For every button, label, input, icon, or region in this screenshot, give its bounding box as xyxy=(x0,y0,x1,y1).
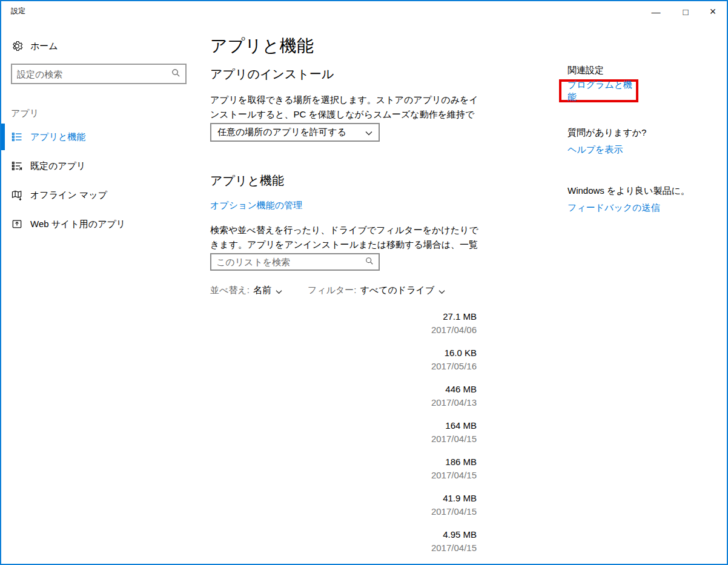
settings-window: 設定 — □ × ホーム アプリ xyxy=(0,0,728,565)
sidebar-item-apps-features[interactable]: アプリと機能 xyxy=(1,124,189,150)
maximize-button[interactable]: □ xyxy=(672,2,700,21)
default-apps-icon xyxy=(11,160,23,172)
maximize-icon: □ xyxy=(683,7,688,17)
related-settings-heading: 関連設定 xyxy=(568,64,604,76)
sort-label: 並べ替え: xyxy=(210,285,250,296)
app-size: 164 MB xyxy=(210,419,477,432)
offline-maps-icon xyxy=(11,189,23,201)
app-list-item[interactable]: 27.1 MB 2017/04/06 xyxy=(210,310,477,337)
app-list-search-input[interactable] xyxy=(211,257,365,267)
app-install-date: 2017/04/15 xyxy=(210,432,477,446)
apps-features-icon xyxy=(11,131,23,143)
feedback-heading: Windows をより良い製品に。 xyxy=(568,185,690,197)
sidebar-item-label: Web サイト用のアプリ xyxy=(30,219,125,230)
sidebar-home-label: ホーム xyxy=(30,40,58,52)
chevron-down-icon[interactable] xyxy=(438,286,445,296)
filter-value: すべてのドライブ xyxy=(360,285,434,295)
settings-search-box xyxy=(11,64,187,84)
sort-value: 名前 xyxy=(253,285,271,295)
app-install-date: 2017/05/16 xyxy=(210,360,477,373)
app-list-item[interactable]: 16.0 KB 2017/05/16 xyxy=(210,346,477,373)
sidebar-item-offline-maps[interactable]: オフライン マップ xyxy=(1,182,189,208)
search-icon xyxy=(365,257,374,268)
send-feedback-link[interactable]: フィードバックの送信 xyxy=(568,202,660,214)
help-heading: 質問がありますか? xyxy=(568,127,646,139)
app-size: 4.95 MB xyxy=(210,528,477,541)
app-size: 446 MB xyxy=(210,383,477,396)
app-size: 41.9 MB xyxy=(210,492,477,505)
selected-accent-bar xyxy=(1,124,5,150)
minimize-icon: — xyxy=(652,7,661,17)
app-list-item[interactable]: 41.9 MB 2017/04/15 xyxy=(210,492,477,518)
filter-dropdown[interactable]: すべてのドライブ xyxy=(360,285,434,296)
app-list-item[interactable]: 186 MB 2017/04/15 xyxy=(210,455,477,482)
app-size: 186 MB xyxy=(210,455,477,469)
app-list: 27.1 MB 2017/04/06 16.0 KB 2017/05/16 44… xyxy=(210,310,477,564)
app-install-date: 2017/04/15 xyxy=(210,541,477,555)
app-list-search-box xyxy=(210,253,380,271)
app-list-item[interactable]: 164 MB 2017/04/15 xyxy=(210,419,477,446)
show-help-link[interactable]: ヘルプを表示 xyxy=(568,144,623,156)
window-title: 設定 xyxy=(11,6,25,16)
sidebar-item-default-apps[interactable]: 既定のアプリ xyxy=(1,153,189,179)
sort-filter-row: 並べ替え: 名前 フィルター: すべてのドライブ xyxy=(210,285,445,296)
chevron-down-icon[interactable] xyxy=(276,286,282,296)
sidebar-item-label: 既定のアプリ xyxy=(30,160,85,172)
manage-optional-features-link[interactable]: オプション機能の管理 xyxy=(210,199,302,211)
sidebar-section-label: アプリ xyxy=(11,107,39,119)
chevron-down-icon xyxy=(365,127,372,138)
app-install-date: 2017/04/06 xyxy=(210,323,477,337)
sort-dropdown[interactable]: 名前 xyxy=(253,285,271,296)
app-install-date: 2017/04/13 xyxy=(210,396,477,409)
dropdown-selected-value: 任意の場所のアプリを許可する xyxy=(211,127,365,138)
install-section-heading: アプリのインストール xyxy=(210,66,334,82)
apps-for-websites-icon xyxy=(11,218,23,230)
highlight-red-box: プログラムと機能 xyxy=(559,79,638,102)
app-size: 16.0 KB xyxy=(210,346,477,360)
gear-icon xyxy=(11,40,23,52)
settings-search-input[interactable] xyxy=(12,69,171,79)
search-icon xyxy=(171,68,180,80)
page-title: アプリと機能 xyxy=(210,35,314,58)
app-list-item[interactable]: 446 MB 2017/04/13 xyxy=(210,383,477,409)
sidebar-item-label: アプリと機能 xyxy=(30,131,85,143)
close-icon: × xyxy=(710,5,716,18)
close-button[interactable]: × xyxy=(699,2,727,21)
programs-and-features-link[interactable]: プログラムと機能 xyxy=(568,79,636,103)
app-install-date: 2017/04/15 xyxy=(210,505,477,518)
apps-section-heading: アプリと機能 xyxy=(210,173,284,189)
app-list-item[interactable]: 4.95 MB 2017/04/15 xyxy=(210,528,477,555)
filter-label: フィルター: xyxy=(308,285,357,296)
install-source-dropdown[interactable]: 任意の場所のアプリを許可する xyxy=(210,123,380,142)
minimize-button[interactable]: — xyxy=(642,2,670,21)
app-install-date: 2017/04/15 xyxy=(210,469,477,482)
sidebar-item-label: オフライン マップ xyxy=(30,190,107,201)
sidebar-item-home[interactable]: ホーム xyxy=(11,38,187,54)
app-size: 27.1 MB xyxy=(210,310,477,323)
sidebar-item-apps-for-websites[interactable]: Web サイト用のアプリ xyxy=(1,211,189,237)
